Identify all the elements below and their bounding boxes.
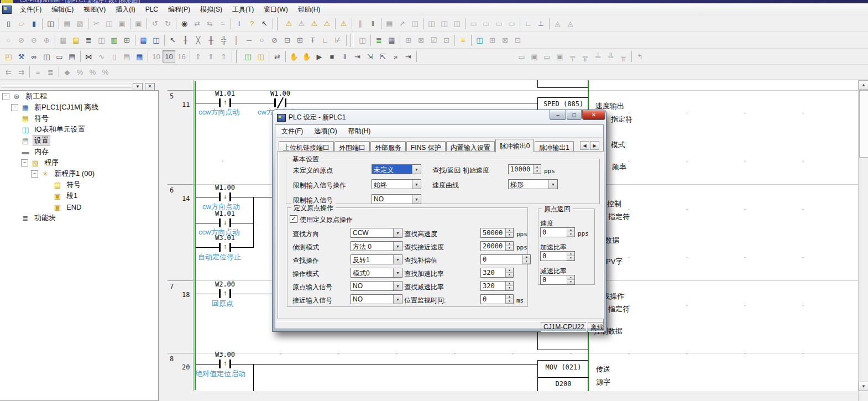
work-online-sim-button[interactable]: ◫: [242, 50, 254, 63]
step-over-button[interactable]: ⇱: [377, 50, 389, 63]
search-operation-select[interactable]: 反转1▼: [351, 254, 402, 264]
menubar-item-simulation[interactable]: 模拟(S): [195, 4, 227, 15]
tree-item-end[interactable]: ▣END: [0, 201, 158, 212]
program-download-button[interactable]: ▤: [383, 18, 396, 30]
operation-mode-select[interactable]: 模式0▼: [351, 268, 402, 278]
upload-3-button[interactable]: ⇑: [217, 50, 230, 63]
io-window-4-button[interactable]: ▭: [505, 18, 518, 30]
panel-grip[interactable]: [1, 85, 132, 87]
dialog-menu-file[interactable]: 文件(F): [276, 126, 308, 137]
or-closed-contact-button[interactable]: ╬: [217, 34, 230, 46]
tree-item-memory[interactable]: ▬内存: [0, 146, 158, 157]
tab-peripheral-port[interactable]: 外围端口: [334, 141, 370, 152]
tree-item-io-table[interactable]: ◫IO表和单元设置: [0, 124, 158, 135]
tree-item-function-blocks[interactable]: ≣功能块: [0, 212, 158, 223]
io-window-1-button[interactable]: ▭: [467, 18, 480, 30]
layers-button[interactable]: ≣: [373, 34, 385, 46]
properties-button[interactable]: ▤: [66, 50, 79, 63]
overview-button[interactable]: ▤: [70, 34, 82, 46]
pause-b-button[interactable]: ‖: [367, 18, 379, 30]
return-wire-button[interactable]: ↰: [634, 50, 646, 63]
new-closed-contact-button[interactable]: ╳: [192, 34, 205, 46]
new-coil-button[interactable]: ○: [255, 34, 268, 46]
watch-z-button[interactable]: ⊞: [486, 34, 499, 46]
usage-wave-button[interactable]: ∿: [95, 50, 108, 63]
search-compensation-input[interactable]: 0▲▼: [480, 254, 531, 264]
zoom-out-button[interactable]: ⊖: [28, 34, 40, 46]
tree-item-section1[interactable]: ▣段1: [0, 190, 158, 201]
rack-3-button[interactable]: ▭: [541, 50, 553, 63]
build-button[interactable]: ⚒: [15, 50, 28, 63]
window-pair-button[interactable]: ◫: [95, 34, 108, 46]
proximity-input-signal-select[interactable]: NO▼: [351, 294, 402, 304]
menubar-item-view[interactable]: 视图(V): [79, 4, 111, 15]
watch-window-button[interactable]: ◫: [473, 34, 486, 46]
pause-hand-button[interactable]: ✋: [287, 50, 300, 63]
ci-dialog-button[interactable]: ◫: [150, 34, 163, 46]
connector-button[interactable]: ∟: [319, 34, 332, 46]
dialog-menu-help[interactable]: 帮助(H): [343, 126, 377, 137]
grid-button[interactable]: ▦: [57, 34, 70, 46]
diff-monitor-button[interactable]: ∟: [522, 18, 535, 30]
use-define-origin-checkbox[interactable]: ✓: [290, 215, 297, 223]
zoom-fit-button[interactable]: ○: [2, 34, 15, 46]
address-ref-button[interactable]: ▤: [121, 50, 133, 63]
or-contact-button[interactable]: ╫: [205, 34, 217, 46]
tree-item-settings[interactable]: ▤设置: [0, 135, 158, 146]
rung-div-4-button[interactable]: ╩: [604, 50, 617, 63]
help-button[interactable]: ?: [245, 18, 258, 30]
compile-button[interactable]: ⚠: [283, 18, 295, 30]
menubar-item-program[interactable]: 编程(P): [163, 4, 195, 15]
watch-x-button[interactable]: ⊠: [499, 34, 511, 46]
save-button[interactable]: ▮: [28, 18, 40, 30]
replace-button[interactable]: ⇄: [191, 18, 203, 30]
new-button[interactable]: ▯: [2, 18, 15, 30]
print-preview-button[interactable]: ▧: [74, 18, 86, 30]
search-high-speed-input[interactable]: 50000▲▼: [480, 228, 514, 238]
tab-fins-protection[interactable]: FINS 保护: [406, 141, 446, 152]
retrace-button[interactable]: ≈: [216, 18, 229, 30]
rung-comment-button[interactable]: ≣: [82, 34, 95, 46]
search-decel-ratio-input[interactable]: 320▲▼: [480, 281, 514, 291]
mov-instruction-block[interactable]: MOV (021) D200: [537, 360, 588, 391]
sma-table-button[interactable]: ▦: [137, 34, 150, 46]
paste-button[interactable]: ▣: [116, 18, 128, 30]
limit-input-select[interactable]: NO▼: [372, 194, 421, 204]
tab-external-service[interactable]: 外部服务: [370, 141, 406, 152]
minimize-button[interactable]: –: [550, 110, 566, 120]
continuous-run-button[interactable]: »: [389, 50, 402, 63]
diff-up-button[interactable]: ◆: [61, 66, 74, 78]
calendar-button[interactable]: ▦: [385, 34, 398, 46]
upload-1-button[interactable]: ⇑: [192, 50, 205, 63]
find-warning-button[interactable]: ⚠: [308, 18, 321, 30]
menubar-item-help[interactable]: 帮助(H): [293, 4, 326, 15]
contact-up-differential[interactable]: ↑: [219, 289, 231, 298]
transfer-to-plc-button[interactable]: ◫: [254, 50, 267, 63]
rung-div-1-button[interactable]: ╤: [566, 50, 579, 63]
rung-div-5-button[interactable]: ╥: [617, 50, 630, 63]
sim-run-button[interactable]: ▶: [313, 50, 326, 63]
detection-mode-select[interactable]: 方法 0▼: [351, 241, 402, 251]
contact-up-differential[interactable]: ↑: [219, 98, 231, 107]
tab-pulse-output-1[interactable]: 脉冲输出1: [535, 141, 574, 152]
zoom-region-button[interactable]: ⊘: [15, 34, 28, 46]
program-compare-button[interactable]: ◫: [409, 18, 421, 30]
copy-button[interactable]: ◫: [103, 18, 116, 30]
edit-z-button[interactable]: ⊞: [402, 34, 415, 46]
print-button[interactable]: ▤: [61, 18, 74, 30]
menubar-item-window[interactable]: 窗口(W): [259, 4, 292, 15]
about-button[interactable]: i: [233, 18, 245, 30]
instruction-block-fragment[interactable]: [537, 80, 588, 88]
not-refresh-button[interactable]: %: [99, 66, 112, 78]
speed-curve-select[interactable]: 梯形▼: [508, 179, 558, 189]
tab-scroll-right-button[interactable]: ▶: [590, 141, 599, 150]
cut-button[interactable]: ✂: [90, 18, 103, 30]
base-decimal-signed-button[interactable]: 10: [163, 50, 175, 63]
tree-item-new-program1[interactable]: −✳新程序1 (00): [0, 168, 158, 179]
contact-normally-closed[interactable]: [274, 98, 286, 107]
replace-all-button[interactable]: ⇆: [203, 18, 216, 30]
dialog-menu-options[interactable]: 选项(O): [308, 126, 342, 137]
scan-hand-button[interactable]: ✋: [300, 50, 313, 63]
origin-input-signal-select[interactable]: NO▼: [351, 281, 402, 291]
dialog-titlebar[interactable]: PLC 设定 - 新PLC1: [277, 113, 346, 122]
